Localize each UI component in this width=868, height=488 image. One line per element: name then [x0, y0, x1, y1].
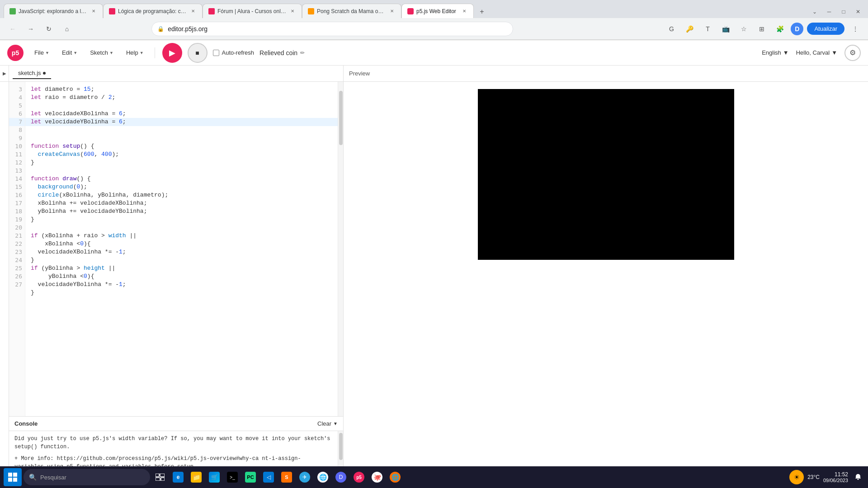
browser-tab-4[interactable]: Pong Scratch da Mama on Scrat... ✕ [302, 4, 401, 18]
greeting-text: Hello, Carval [796, 49, 830, 56]
tab-close-2[interactable]: ✕ [189, 8, 197, 15]
telegram-icon: ✈ [299, 472, 310, 483]
taskbar-icon-chrome[interactable]: 🌐 [315, 469, 331, 485]
modified-indicator [43, 72, 46, 75]
code-content[interactable]: let diametro = 15; let raio = diametro /… [25, 82, 338, 416]
profile-button[interactable]: D [791, 23, 803, 35]
taskbar-search[interactable]: 🔍 Pesquisar [24, 469, 150, 485]
browser-tab-5[interactable]: p5.js Web Editor ✕ [401, 4, 474, 18]
taskbar-icon-store[interactable]: 🛒 [206, 469, 222, 485]
google-icon[interactable]: G [664, 22, 679, 36]
task-view-button[interactable] [152, 469, 168, 485]
edit-sketch-name-icon[interactable]: ✏ [300, 50, 305, 56]
language-text: English [762, 49, 781, 56]
notification-button[interactable] [852, 471, 864, 483]
start-button[interactable] [4, 468, 22, 486]
extensions-icon[interactable]: 🧩 [773, 22, 787, 36]
code-panel: sketch.js 3 4 5 6 7 8 9 10 11 12 13 1 [9, 66, 344, 488]
tab-favicon-3 [208, 8, 215, 14]
cast-icon[interactable]: 📺 [718, 22, 733, 36]
tab-favicon-2 [109, 8, 115, 14]
taskbar-icon-github[interactable]: 🐙 [369, 469, 385, 485]
svg-rect-7 [161, 478, 165, 481]
taskbar-icon-edge[interactable]: e [170, 469, 186, 485]
auto-refresh-label: Auto-refresh [222, 49, 255, 56]
menu-help-arrow: ▼ [140, 51, 144, 55]
taskbar-icon-vscode[interactable]: ◁ [260, 469, 277, 485]
p5-app: p5 File ▼ Edit ▼ Sketch ▼ Help ▼ ▶ ■ Aut… [0, 40, 868, 488]
browser-tab-1[interactable]: JavaScript: explorando a lingua... ✕ [4, 4, 103, 18]
terminal-icon: >_ [227, 472, 238, 483]
play-button[interactable]: ▶ [162, 43, 182, 63]
url-bar[interactable]: 🔒 editor.p5js.org [151, 22, 513, 36]
code-editor[interactable]: 3 4 5 6 7 8 9 10 11 12 13 14 15 16 17 18 [9, 82, 343, 416]
console-scroll-thumb[interactable] [339, 433, 343, 460]
refresh-button[interactable]: ↻ [42, 22, 56, 36]
console-clear-arrow-icon: ▼ [333, 421, 338, 426]
search-icon: 🔍 [29, 474, 37, 481]
browser-tab-3[interactable]: Fórum | Alura - Cursos online de... ✕ [203, 4, 302, 18]
menu-file[interactable]: File ▼ [31, 47, 53, 58]
file-panel: ▶ [0, 66, 9, 488]
code-scrollbar[interactable] [338, 82, 343, 416]
p5-logo: p5 [7, 45, 24, 61]
browser-tab-2[interactable]: Lógica de programação: começ... ✕ [103, 4, 203, 18]
back-button[interactable]: ← [5, 22, 20, 36]
taskbar-icon-scratch[interactable]: S [278, 469, 295, 485]
vscode-icon: ◁ [263, 472, 274, 483]
taskbar-icon-p5[interactable]: p5 [351, 469, 367, 485]
menu-help[interactable]: Help ▼ [123, 47, 147, 58]
password-icon[interactable]: 🔑 [682, 22, 697, 36]
menu-edit-arrow: ▼ [73, 51, 77, 55]
update-button[interactable]: Atualizar [807, 23, 844, 35]
menu-sketch[interactable]: Sketch ▼ [86, 47, 117, 58]
forward-button[interactable]: → [24, 22, 38, 36]
taskbar-icon-terminal[interactable]: >_ [224, 469, 241, 485]
tab-list-button[interactable]: ⌄ [808, 5, 821, 18]
taskbar-icon-chrome2[interactable]: 🌐 [387, 469, 403, 485]
svg-rect-5 [160, 474, 165, 477]
chrome-icon: 🌐 [317, 472, 328, 483]
p5-taskbar-icon: p5 [354, 472, 364, 483]
console-header: Console Clear ▼ [9, 417, 343, 431]
file-tab-sketchjs[interactable]: sketch.js [13, 68, 51, 79]
system-tray-icons: 23°C [807, 474, 820, 480]
menu-button[interactable]: ⋮ [848, 22, 863, 36]
settings-button[interactable]: ⚙ [844, 45, 861, 61]
auto-refresh-checkbox[interactable] [213, 50, 219, 56]
taskbar-icon-explorer[interactable]: 📁 [188, 469, 204, 485]
clock-display[interactable]: 11:52 09/06/2023 [823, 471, 848, 483]
home-button[interactable]: ⌂ [60, 22, 74, 36]
maximize-button[interactable]: □ [837, 5, 850, 18]
file-panel-toggle[interactable]: ▶ [0, 66, 9, 82]
taskbar-icon-pycharm[interactable]: PC [242, 469, 259, 485]
tab-close-5[interactable]: ✕ [461, 8, 468, 15]
toolbar-separator [155, 47, 155, 58]
translate-icon[interactable]: T [700, 22, 715, 36]
taskbar-icon-telegram[interactable]: ✈ [297, 469, 313, 485]
taskbar: 🔍 Pesquisar e 📁 🛒 >_ PC ◁ S ✈ 🌐 D p5 🐙 🌐 [0, 466, 868, 488]
minimize-button[interactable]: ─ [823, 5, 835, 18]
bookmark-icon[interactable]: ☆ [736, 22, 751, 36]
code-scroll-thumb[interactable] [339, 91, 343, 145]
taskbar-icon-discord[interactable]: D [333, 469, 349, 485]
tab-favicon-5 [407, 8, 414, 14]
browser-chrome: JavaScript: explorando a lingua... ✕ Lóg… [0, 0, 868, 40]
stop-button[interactable]: ■ [188, 43, 208, 63]
close-window-button[interactable]: ✕ [852, 5, 864, 18]
console-message-1: Did you just try to use p5.js's width va… [14, 435, 332, 451]
tab-controls: ⌄ ─ □ ✕ [808, 5, 864, 18]
tab-close-1[interactable]: ✕ [90, 8, 97, 15]
language-selector[interactable]: English ▼ [762, 49, 789, 56]
new-tab-button[interactable]: + [476, 5, 488, 18]
preview-header: Preview [344, 66, 868, 82]
menu-edit[interactable]: Edit ▼ [58, 47, 81, 58]
console-title: Console [14, 420, 317, 427]
user-greeting[interactable]: Hello, Carval ▼ [796, 49, 837, 56]
tab-close-4[interactable]: ✕ [388, 8, 396, 15]
console-clear-button[interactable]: Clear ▼ [317, 420, 338, 427]
sidebar-icon[interactable]: ⊞ [755, 22, 769, 36]
sketch-name-display[interactable]: Relieved coin ✏ [259, 49, 305, 56]
tab-close-3[interactable]: ✕ [289, 8, 296, 15]
auto-refresh-toggle[interactable]: Auto-refresh [213, 49, 255, 56]
